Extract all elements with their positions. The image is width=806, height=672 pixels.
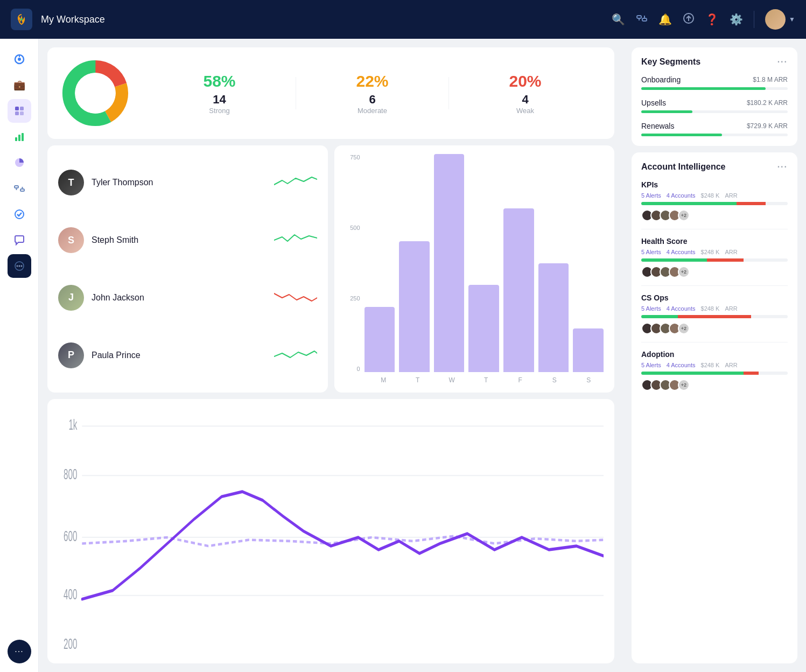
x-label-s1: S bbox=[539, 376, 570, 384]
intel-csops-arr: $248 K bbox=[701, 305, 720, 312]
intel-kpis-arr: $248 K bbox=[701, 192, 720, 199]
y-label-750: 750 bbox=[345, 154, 360, 160]
avatar-john: J bbox=[58, 285, 84, 311]
segment-onboarding: Onboarding $1.8 M ARR bbox=[641, 75, 788, 90]
stat-strong: 58% 14 Strong bbox=[143, 72, 296, 115]
segment-renewals: Renewals $729.9 K ARR bbox=[641, 122, 788, 136]
sidebar-item-more[interactable]: ··· bbox=[8, 640, 31, 663]
sidebar-item-briefcase[interactable]: 💼 bbox=[8, 73, 31, 97]
settings-icon[interactable]: ⚙️ bbox=[730, 13, 743, 26]
sidebar-item-messaging[interactable] bbox=[8, 228, 31, 252]
sparkline-john bbox=[274, 289, 317, 306]
sidebar-item-dashboard[interactable] bbox=[8, 47, 31, 71]
stat-weak-count: 4 bbox=[522, 93, 528, 107]
svg-point-22 bbox=[16, 265, 18, 267]
svg-rect-17 bbox=[20, 189, 24, 191]
notifications-icon[interactable]: 🔔 bbox=[658, 13, 672, 26]
account-intel-menu[interactable]: ··· bbox=[777, 162, 788, 172]
svg-rect-16 bbox=[15, 186, 18, 188]
bar-wed bbox=[434, 154, 465, 372]
intel-health-arr-label: ARR bbox=[725, 249, 737, 255]
person-row-tyler[interactable]: T Tyler Thompson bbox=[58, 165, 317, 200]
key-segments-title: Key Segments bbox=[641, 57, 700, 67]
person-name-paula: Paula Prince bbox=[92, 351, 267, 360]
stat-weak: 20% 4 Weak bbox=[449, 72, 601, 115]
bar-tue bbox=[399, 241, 430, 372]
people-list-card: T Tyler Thompson S Steph Smith bbox=[47, 145, 328, 393]
svg-text:600: 600 bbox=[64, 528, 77, 544]
intel-csops-alerts: 5 Alerts bbox=[641, 305, 661, 312]
bar-fri bbox=[503, 208, 534, 372]
header-title: My Workspace bbox=[41, 14, 612, 25]
help-icon[interactable]: ❓ bbox=[705, 13, 719, 26]
svg-point-29 bbox=[75, 73, 115, 113]
intel-section-kpis: KPIs 5 Alerts 4 Accounts $248 K ARR bbox=[641, 180, 788, 229]
intel-health-title: Health Score bbox=[641, 237, 788, 246]
header-divider bbox=[754, 11, 754, 28]
main-content: 58% 14 Strong 22% 6 Moderate 20% 4 Weak bbox=[39, 39, 623, 672]
integrations-icon[interactable] bbox=[636, 12, 648, 26]
bar-mon bbox=[365, 307, 395, 373]
intel-adoption-title: Adoption bbox=[641, 350, 788, 359]
app-header: My Workspace 🔍 🔔 ❓ ⚙️ ▼ bbox=[0, 0, 806, 39]
search-icon[interactable]: 🔍 bbox=[612, 13, 625, 26]
intel-adoption-alerts: 5 Alerts bbox=[641, 362, 661, 368]
x-label-t2: T bbox=[471, 376, 501, 384]
svg-text:800: 800 bbox=[64, 466, 77, 482]
intel-health-alerts: 5 Alerts bbox=[641, 249, 661, 255]
svg-rect-12 bbox=[20, 111, 24, 115]
user-avatar[interactable]: ▼ bbox=[765, 9, 795, 30]
line-chart-card: 1k 800 600 400 200 bbox=[47, 399, 614, 663]
bar-sun bbox=[573, 328, 604, 372]
person-name-steph: Steph Smith bbox=[92, 235, 267, 245]
person-name-john: John Jackson bbox=[92, 293, 267, 303]
segment-name-onboarding: Onboarding bbox=[641, 75, 681, 84]
stat-moderate: 22% 6 Moderate bbox=[296, 72, 448, 115]
svg-rect-11 bbox=[15, 111, 19, 115]
y-label-500: 500 bbox=[345, 225, 360, 231]
main-layout: 💼 bbox=[0, 39, 806, 672]
stat-strong-count: 14 bbox=[213, 93, 226, 107]
stat-weak-label: Weak bbox=[516, 107, 534, 115]
segment-value-onboarding: $1.8 M ARR bbox=[753, 76, 788, 83]
account-intelligence-card: Account Intelligence ··· KPIs 5 Alerts 4… bbox=[632, 152, 797, 663]
person-row-paula[interactable]: P Paula Prince bbox=[58, 338, 317, 373]
intel-adoption-arr: $248 K bbox=[701, 362, 720, 368]
sidebar-item-tasks[interactable] bbox=[8, 202, 31, 226]
alerts-icon[interactable] bbox=[683, 12, 695, 26]
bar-sat bbox=[538, 263, 569, 373]
person-row-steph[interactable]: S Steph Smith bbox=[58, 223, 317, 257]
header-actions: 🔍 🔔 ❓ ⚙️ ▼ bbox=[612, 9, 795, 30]
x-label-m: M bbox=[369, 376, 399, 384]
stat-moderate-count: 6 bbox=[369, 93, 375, 107]
svg-rect-10 bbox=[20, 107, 24, 110]
sidebar-item-chat[interactable] bbox=[8, 254, 31, 278]
account-intel-title: Account Intelligence bbox=[641, 162, 725, 172]
bar-thu bbox=[468, 285, 499, 372]
sidebar-item-integrations[interactable] bbox=[8, 177, 31, 200]
svg-text:400: 400 bbox=[64, 586, 77, 603]
x-label-w: W bbox=[437, 376, 467, 384]
sidebar-item-analytics[interactable] bbox=[8, 125, 31, 149]
middle-row: T Tyler Thompson S Steph Smith bbox=[47, 145, 614, 393]
svg-rect-14 bbox=[18, 135, 20, 141]
segment-value-renewals: $729.9 K ARR bbox=[747, 122, 788, 130]
logo-icon bbox=[15, 13, 28, 26]
sidebar: 💼 bbox=[0, 39, 39, 672]
key-segments-menu[interactable]: ··· bbox=[777, 57, 788, 67]
stats-card: 58% 14 Strong 22% 6 Moderate 20% 4 Weak bbox=[47, 47, 614, 139]
x-label-t1: T bbox=[403, 376, 433, 384]
segment-name-renewals: Renewals bbox=[641, 122, 674, 130]
sidebar-item-segments[interactable] bbox=[8, 99, 31, 123]
intel-section-health: Health Score 5 Alerts 4 Accounts $248 K … bbox=[641, 237, 788, 286]
sidebar-item-pie[interactable] bbox=[8, 151, 31, 174]
y-label-250: 250 bbox=[345, 295, 360, 302]
segment-name-upsells: Upsells bbox=[641, 99, 666, 107]
svg-point-7 bbox=[18, 58, 21, 61]
svg-text:200: 200 bbox=[64, 635, 77, 652]
avatar-tyler: T bbox=[58, 170, 84, 195]
y-label-0: 0 bbox=[345, 366, 360, 372]
logo[interactable] bbox=[11, 9, 32, 30]
intel-kpis-alerts: 5 Alerts bbox=[641, 192, 661, 199]
person-row-john[interactable]: J John Jackson bbox=[58, 281, 317, 315]
